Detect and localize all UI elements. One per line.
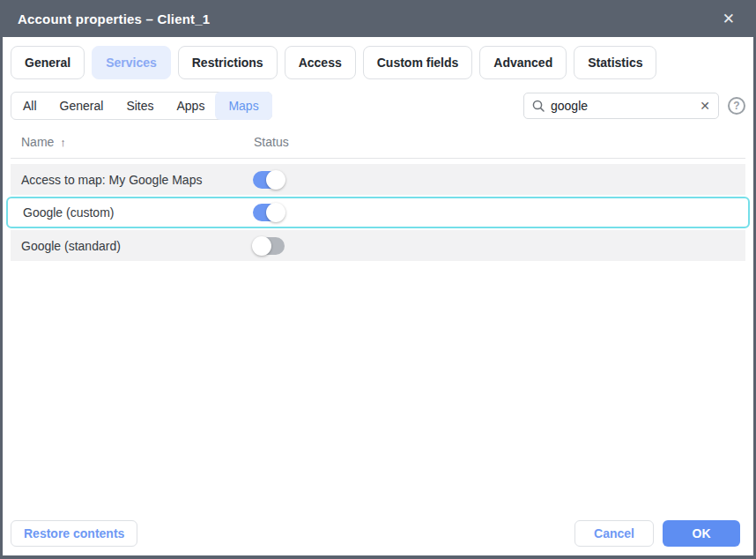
ok-button[interactable]: OK (663, 520, 740, 547)
dialog-body: General Services Restrictions Access Cus… (3, 37, 753, 555)
clear-search-icon[interactable]: ✕ (700, 100, 710, 112)
tab-custom-fields[interactable]: Custom fields (363, 46, 473, 79)
column-header-name[interactable]: Name ↑ (21, 135, 66, 149)
toggle-switch[interactable] (253, 237, 285, 255)
account-properties-dialog: Account properties – Client_1 ✕ General … (0, 0, 756, 559)
toggle-knob (252, 236, 271, 256)
column-header-status: Status (254, 135, 289, 149)
search-icon (532, 100, 545, 112)
toggle-knob (266, 203, 285, 222)
tab-statistics[interactable]: Statistics (574, 46, 656, 79)
service-name: Access to map: My Google Maps (21, 173, 202, 187)
service-name: Google (standard) (21, 239, 121, 253)
toggle-switch[interactable] (253, 204, 285, 221)
table-row[interactable]: Google (standard) (11, 230, 745, 261)
filter-tab-all[interactable]: All (11, 93, 48, 119)
sort-ascending-icon: ↑ (60, 136, 66, 149)
name-column-label: Name (21, 135, 54, 149)
search-input[interactable] (551, 99, 693, 113)
toggle-knob (266, 170, 285, 190)
table-row[interactable]: Google (custom) (6, 197, 750, 228)
filter-tab-general[interactable]: General (48, 93, 115, 119)
table-row[interactable]: Access to map: My Google Maps (11, 164, 745, 195)
filter-tab-apps[interactable]: Apps (166, 93, 217, 119)
filter-tab-sites[interactable]: Sites (115, 93, 165, 119)
tab-services[interactable]: Services (92, 46, 171, 79)
dialog-footer: Restore contents Cancel OK (11, 520, 740, 547)
tab-access[interactable]: Access (285, 46, 356, 79)
filter-tabs: All General Sites Apps Maps (11, 92, 272, 120)
tab-restrictions[interactable]: Restrictions (178, 46, 278, 79)
help-icon[interactable]: ? (728, 97, 745, 115)
table-header: Name ↑ Status (11, 131, 745, 158)
services-toolbar: All General Sites Apps Maps ✕ ? (11, 92, 745, 120)
tab-general[interactable]: General (11, 46, 85, 79)
toggle-switch[interactable] (253, 171, 285, 189)
dialog-title: Account properties – Client_1 (18, 11, 210, 26)
restore-contents-button[interactable]: Restore contents (11, 520, 137, 547)
header-divider (11, 158, 745, 159)
close-icon[interactable]: ✕ (719, 10, 738, 28)
tab-advanced[interactable]: Advanced (479, 46, 567, 79)
search-box[interactable]: ✕ (523, 93, 719, 119)
service-name: Google (custom) (23, 205, 114, 220)
services-list: Access to map: My Google Maps Google (cu… (11, 164, 745, 261)
filter-tab-maps[interactable]: Maps (215, 92, 271, 120)
dialog-titlebar: Account properties – Client_1 ✕ (0, 0, 756, 37)
cancel-button[interactable]: Cancel (574, 520, 654, 547)
main-tabs: General Services Restrictions Access Cus… (11, 46, 745, 79)
